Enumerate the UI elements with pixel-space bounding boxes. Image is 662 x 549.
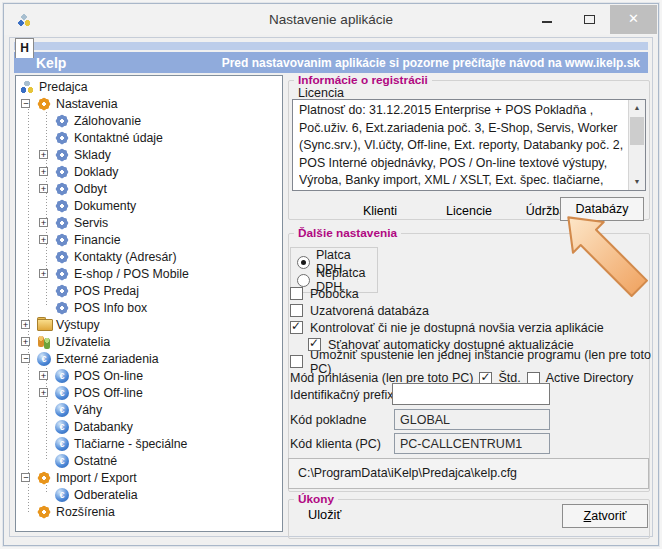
tree-item[interactable]: Váhy	[16, 401, 282, 418]
tree-item-icon	[37, 335, 51, 349]
tree-item-label: POS Off-line	[74, 386, 143, 400]
settings-checkbox-row[interactable]: Kontrolovať či nie je dostupná novšia ve…	[290, 319, 652, 336]
license-textbox[interactable]: Platnosť do: 31.12.2015 Enterprise + POS…	[292, 99, 646, 191]
tree-expander-icon[interactable]	[39, 184, 48, 193]
checkbox-icon[interactable]	[308, 338, 321, 351]
tree-item[interactable]: Sklady	[16, 146, 282, 163]
tree-item[interactable]: E-shop / POS Mobile	[16, 265, 282, 282]
minimize-button[interactable]	[526, 5, 568, 34]
tree-item-label: Odberatelia	[74, 488, 138, 502]
klienti-button[interactable]: Klienti	[344, 201, 416, 221]
prefix-input[interactable]	[392, 383, 550, 405]
tree-item[interactable]: Odberatelia	[16, 486, 282, 503]
title-bar: Nastavenie aplikácie ✕	[4, 4, 658, 35]
config-path-box: C:\ProgramData\iKelp\Predajca\kelp.cfg	[288, 458, 649, 489]
license-scrollbar[interactable]: ▲ ▼	[628, 100, 645, 190]
databazy-button[interactable]: Databázy	[560, 197, 644, 221]
tree-item[interactable]: POS Off-line	[16, 384, 282, 401]
tree-item-label: Import / Export	[56, 471, 137, 485]
tree-item[interactable]: Import / Export	[16, 469, 282, 486]
scroll-thumb[interactable]	[630, 117, 644, 145]
tree-item[interactable]: Nastavenia	[16, 95, 282, 112]
zatvorit-label-rest: atvoriť	[591, 509, 626, 523]
tree-item-icon	[37, 505, 51, 519]
checkbox-icon[interactable]	[290, 355, 303, 368]
tree-expander-icon[interactable]	[39, 167, 48, 176]
tree-item[interactable]: Doklady	[16, 163, 282, 180]
maximize-button[interactable]	[568, 5, 610, 34]
tree-item[interactable]: Financie	[16, 231, 282, 248]
minimize-icon	[542, 21, 552, 23]
tree-item-label: Tlačiarne - špeciálne	[74, 437, 187, 451]
tree-expander-icon[interactable]	[39, 150, 48, 159]
tree-item-label: POS Predaj	[74, 284, 139, 298]
tree-item-icon	[20, 80, 34, 94]
tree-expander-icon[interactable]	[39, 371, 48, 380]
tree-item[interactable]: Externé zariadenia	[16, 350, 282, 367]
tree-expander-icon[interactable]	[39, 235, 48, 244]
tree-item[interactable]: POS On-line	[16, 367, 282, 384]
tree-item[interactable]: Užívatelia	[16, 333, 282, 350]
settings-window: Nastavenie aplikácie ✕ H Kelp Pred nasta…	[3, 3, 659, 546]
app-name: Kelp	[36, 55, 66, 71]
client-code-label: Kód klienta (PC)	[290, 437, 381, 451]
tree-item-icon	[55, 267, 69, 281]
tree-item[interactable]: POS Predaj	[16, 282, 282, 299]
checkbox-icon[interactable]	[290, 321, 303, 334]
dock-tab-h[interactable]: H	[15, 38, 34, 58]
radio-icon[interactable]	[297, 256, 310, 269]
tree-item-label: Financie	[74, 233, 120, 247]
tree-item[interactable]: Rozšírenia	[16, 503, 282, 520]
tree-item-icon	[55, 488, 69, 502]
tree-item-icon	[55, 437, 69, 451]
tree-item[interactable]: Predajca	[16, 78, 282, 95]
settings-checkbox-row[interactable]: Umožniť spustenie len jednej inštancie p…	[290, 353, 652, 370]
tree-item-label: Ostatné	[74, 454, 117, 468]
register-code-input[interactable]	[394, 409, 550, 430]
checkbox-icon[interactable]	[290, 287, 303, 300]
tree-item[interactable]: Výstupy	[16, 316, 282, 333]
scroll-down-icon[interactable]: ▼	[629, 174, 645, 190]
zatvorit-button[interactable]: Zatvoriť	[562, 504, 648, 528]
tree-expander-icon[interactable]	[21, 337, 30, 346]
tree-item[interactable]: Zálohovanie	[16, 112, 282, 129]
actions-group-label: Úkony	[294, 492, 338, 506]
tree-expander-icon[interactable]	[21, 473, 30, 482]
checkbox-icon[interactable]	[290, 304, 303, 317]
tree-item[interactable]: Ostatné	[16, 452, 282, 469]
tree-expander-icon[interactable]	[21, 99, 30, 108]
tree-expander-icon[interactable]	[21, 354, 30, 363]
other-settings-group-label: Ďalšie nastavenia	[294, 226, 401, 240]
tree-expander-icon[interactable]	[39, 269, 48, 278]
tree-item[interactable]: Kontaktné údaje	[16, 129, 282, 146]
tree-item-label: Sklady	[74, 148, 111, 162]
tree-item[interactable]: POS Info box	[16, 299, 282, 316]
tree-item[interactable]: Databanky	[16, 418, 282, 435]
client-area: H Kelp Pred nastavovanim aplikácie si po…	[9, 37, 653, 537]
tree-item-label: Výstupy	[56, 318, 100, 332]
tree-item[interactable]: Dokumenty	[16, 197, 282, 214]
settings-checkbox-list: Pobočka Uzatvorená databáza Kontrolovať …	[290, 285, 652, 370]
tree-item-label: Dokumenty	[74, 199, 136, 213]
tree-item[interactable]: Odbyt	[16, 180, 282, 197]
save-button[interactable]: Uložiť	[308, 507, 341, 522]
close-button[interactable]: ✕	[610, 5, 657, 34]
tree-item[interactable]: Tlačiarne - špeciálne	[16, 435, 282, 452]
tree-item-icon	[55, 369, 69, 383]
tree-expander-icon[interactable]	[21, 320, 30, 329]
checkbox-label: Uzatvorená databáza	[310, 304, 429, 318]
scroll-up-icon[interactable]: ▲	[629, 100, 645, 116]
tree-item-label: Nastavenia	[56, 97, 118, 111]
client-code-input[interactable]	[394, 433, 550, 454]
tree-item-label: Kontaktné údaje	[74, 131, 163, 145]
checkbox-label: Kontrolovať či nie je dostupná novšia ve…	[310, 321, 604, 335]
settings-checkbox-row[interactable]: Pobočka	[290, 285, 652, 302]
tree-expander-icon[interactable]	[39, 388, 48, 397]
tree-item[interactable]: Servis	[16, 214, 282, 231]
tree-item-label: POS On-line	[74, 369, 143, 383]
tree-item[interactable]: Kontakty (Adresár)	[16, 248, 282, 265]
tree-item-label: Predajca	[39, 80, 88, 94]
licencie-button[interactable]: Licencie	[432, 201, 506, 221]
settings-checkbox-row[interactable]: Uzatvorená databáza	[290, 302, 652, 319]
tree-expander-icon[interactable]	[39, 218, 48, 227]
